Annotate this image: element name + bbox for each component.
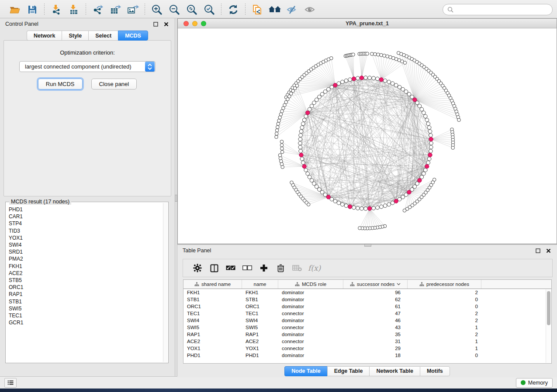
- tab-motifs[interactable]: Motifs: [420, 366, 450, 376]
- splitter-grip[interactable]: [364, 244, 371, 247]
- mcds-result-list[interactable]: PHD1 CAR1 STP4 TID3 YOX1 SWI4 SRD1 PMA2 …: [7, 205, 163, 362]
- cell-mcds-role[interactable]: connector: [278, 346, 343, 351]
- tab-network-table[interactable]: Network Table: [369, 366, 420, 376]
- cell-shared-name[interactable]: ACE2: [183, 339, 242, 344]
- list-item[interactable]: ACE2: [9, 270, 163, 277]
- cell-name[interactable]: ORC1: [242, 304, 278, 309]
- cell-shared-name[interactable]: FKH1: [183, 290, 242, 295]
- cell-predecessor-nodes[interactable]: 1: [408, 346, 481, 351]
- create-column-button[interactable]: [256, 261, 272, 275]
- cell-name[interactable]: PHD1: [242, 353, 278, 358]
- list-item[interactable]: TEC1: [9, 312, 163, 319]
- tab-edge-table[interactable]: Edge Table: [327, 366, 370, 376]
- network-canvas[interactable]: [178, 28, 557, 244]
- table-panel-close-button[interactable]: [545, 247, 552, 254]
- list-item[interactable]: YOX1: [9, 234, 163, 241]
- table-row[interactable]: ACE2 ACE2 connector 31 1: [183, 338, 551, 345]
- column-header-successor-nodes[interactable]: successor nodes: [343, 280, 408, 289]
- cell-mcds-role[interactable]: dominator: [278, 318, 343, 323]
- first-neighbors-button[interactable]: [266, 2, 284, 17]
- table-row[interactable]: FKH1 FKH1 dominator 96 2: [183, 289, 551, 296]
- cell-shared-name[interactable]: SWI4: [183, 318, 242, 323]
- table-row[interactable]: SWI4 SWI4 dominator 46 2: [183, 317, 551, 324]
- cell-mcds-role[interactable]: dominator: [278, 332, 343, 337]
- cell-successor-nodes[interactable]: 18: [343, 353, 408, 358]
- table-row[interactable]: YOX1 YOX1 connector 29 1: [183, 345, 551, 352]
- export-network-button[interactable]: [89, 2, 107, 17]
- cell-shared-name[interactable]: ORC1: [183, 304, 242, 309]
- cell-successor-nodes[interactable]: 35: [343, 332, 408, 337]
- deselect-all-button[interactable]: [239, 261, 256, 275]
- cell-successor-nodes[interactable]: 61: [343, 304, 408, 309]
- control-panel-float-button[interactable]: [152, 21, 159, 28]
- cell-predecessor-nodes[interactable]: 1: [408, 325, 481, 330]
- cell-name[interactable]: SWI5: [242, 325, 278, 330]
- scrollbar-thumb[interactable]: [547, 291, 550, 325]
- tab-select[interactable]: Select: [88, 31, 118, 41]
- save-session-button[interactable]: [24, 2, 41, 17]
- show-columns-button[interactable]: [206, 261, 222, 275]
- control-panel-close-button[interactable]: [163, 21, 170, 28]
- zoom-fit-button[interactable]: [183, 2, 201, 17]
- hide-selected-button[interactable]: [284, 2, 301, 17]
- network-graph-svg[interactable]: [178, 28, 557, 243]
- cell-shared-name[interactable]: TEC1: [183, 311, 242, 316]
- cell-predecessor-nodes[interactable]: 1: [408, 339, 481, 344]
- table-row[interactable]: TEC1 TEC1 connector 47 2: [183, 310, 551, 317]
- table-scrollbar[interactable]: [546, 289, 551, 363]
- list-item[interactable]: RAP1: [9, 291, 163, 298]
- tab-mcds[interactable]: MCDS: [118, 31, 148, 41]
- vertical-splitter[interactable]: [175, 18, 177, 376]
- open-session-button[interactable]: [6, 2, 24, 17]
- cell-mcds-role[interactable]: connector: [278, 339, 343, 344]
- cell-predecessor-nodes[interactable]: 2: [408, 332, 481, 337]
- import-table-button[interactable]: [65, 2, 83, 17]
- cell-predecessor-nodes[interactable]: 0: [408, 297, 481, 302]
- cell-successor-nodes[interactable]: 31: [343, 339, 408, 344]
- cell-shared-name[interactable]: RAP1: [183, 332, 242, 337]
- list-item[interactable]: PHD1: [9, 206, 163, 213]
- import-network-button[interactable]: [48, 2, 65, 17]
- cell-shared-name[interactable]: SWI5: [183, 325, 242, 330]
- list-item[interactable]: CAR1: [9, 213, 163, 220]
- cell-mcds-role[interactable]: dominator: [278, 353, 343, 358]
- zoom-in-button[interactable]: [148, 2, 166, 17]
- cell-successor-nodes[interactable]: 47: [343, 311, 408, 316]
- run-mcds-button[interactable]: Run MCDS: [38, 79, 83, 89]
- list-item[interactable]: SWI5: [9, 305, 163, 312]
- cell-mcds-role[interactable]: dominator: [278, 297, 343, 302]
- list-item[interactable]: SWI4: [9, 241, 163, 248]
- refresh-button[interactable]: [225, 2, 242, 17]
- network-window-titlebar[interactable]: YPA_prune.txt_1: [178, 19, 557, 28]
- tab-node-table[interactable]: Node Table: [284, 366, 327, 376]
- list-item[interactable]: SRD1: [9, 248, 163, 255]
- delete-column-button[interactable]: [272, 261, 289, 275]
- table-settings-button[interactable]: [189, 261, 206, 275]
- cell-name[interactable]: SWI4: [242, 318, 278, 323]
- cell-predecessor-nodes[interactable]: 0: [408, 304, 481, 309]
- list-item[interactable]: TID3: [9, 227, 163, 234]
- list-item[interactable]: GCR1: [9, 319, 163, 326]
- export-image-button[interactable]: [124, 2, 142, 17]
- list-item[interactable]: STB1: [9, 298, 163, 305]
- list-item[interactable]: STP4: [9, 220, 163, 227]
- tab-style[interactable]: Style: [62, 31, 88, 41]
- table-row[interactable]: PHD1 PHD1 dominator 18 0: [183, 352, 551, 359]
- column-header-name[interactable]: name: [242, 280, 278, 289]
- cell-predecessor-nodes[interactable]: 2: [408, 318, 481, 323]
- cell-mcds-role[interactable]: dominator: [278, 304, 343, 309]
- zoom-selected-button[interactable]: [201, 2, 218, 17]
- tab-network[interactable]: Network: [27, 31, 62, 41]
- list-item[interactable]: PMA2: [9, 255, 163, 262]
- cell-shared-name[interactable]: YOX1: [183, 346, 242, 351]
- memory-button[interactable]: Memory: [516, 378, 553, 388]
- column-header-mcds-role[interactable]: MCDS role: [278, 280, 343, 289]
- copy-network-button[interactable]: [249, 2, 266, 17]
- cell-shared-name[interactable]: PHD1: [183, 353, 242, 358]
- cell-name[interactable]: ACE2: [242, 339, 278, 344]
- table-panel-float-button[interactable]: [534, 247, 541, 254]
- search-input[interactable]: [456, 6, 548, 13]
- cell-name[interactable]: STB1: [242, 297, 278, 302]
- cell-successor-nodes[interactable]: 43: [343, 325, 408, 330]
- cell-name[interactable]: FKH1: [242, 290, 278, 295]
